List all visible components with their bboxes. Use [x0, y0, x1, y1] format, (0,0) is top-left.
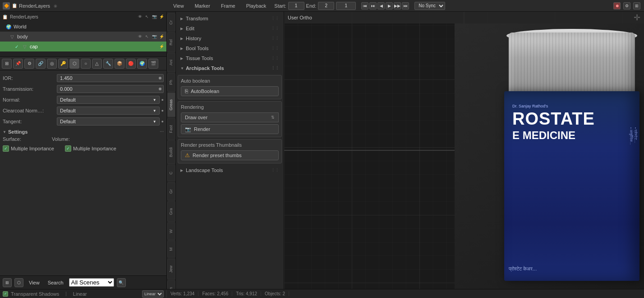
side-tab-greas[interactable]: Greas [167, 93, 175, 117]
left-panel: 📋 RenderLayers 👁 ↖ 📷 ⚡ 🌍 World ▽ body 👁 [0, 12, 167, 289]
ior-value[interactable]: 1.450 [57, 74, 164, 82]
side-tab-ani[interactable]: Ani [167, 53, 175, 72]
auto-boolean-button[interactable]: ⎘ AutoBoolean [181, 86, 279, 96]
triangle-btn[interactable]: △ [92, 59, 102, 69]
multiple-importance-surface-checkbox[interactable]: ✓ [3, 145, 9, 152]
body-eye-btn[interactable]: 👁 [137, 33, 143, 40]
side-tab-m[interactable]: M [167, 241, 175, 258]
link-btn[interactable]: 🔗 [36, 59, 46, 69]
menu-playback[interactable]: Playback [244, 2, 269, 9]
side-tab-blen[interactable]: Blen [167, 280, 175, 289]
side-tab-c[interactable]: C [167, 165, 175, 182]
tangent-label: Tangent: [3, 119, 57, 124]
prev-frame-btn[interactable]: ⏭ [369, 2, 377, 9]
bottom-search-menu[interactable]: Search [45, 279, 66, 286]
bottom-view-menu[interactable]: View [26, 279, 42, 286]
start-frame-input[interactable] [288, 2, 304, 10]
bottom-mode-btn[interactable]: ⊞ [3, 278, 12, 287]
filter-props-btn[interactable]: ⚙ [24, 59, 34, 69]
keyframe-btn[interactable]: 🔑 [58, 59, 68, 69]
body-render-btn[interactable]: 📷 [151, 33, 157, 40]
normal-select[interactable]: Default ▼ [57, 96, 160, 104]
record-btn[interactable]: ⏺ [613, 2, 621, 9]
world-icon: 🌍 [5, 23, 12, 30]
settings-btn[interactable]: ⚙ [623, 2, 630, 9]
bottom-icon1-btn[interactable]: ⬡ [14, 278, 23, 287]
settings-section-header[interactable]: ▼ Settings ⋯ [3, 127, 164, 136]
edit-item[interactable]: ▶ Edit ⋮⋮ [178, 23, 282, 33]
menu-view[interactable]: View [170, 2, 187, 9]
menu-marker[interactable]: Marker [192, 2, 213, 9]
side-tab-fast[interactable]: Fast [167, 118, 175, 140]
transmission-value[interactable]: 0.000 [57, 85, 164, 93]
render-preset-thumbs-button[interactable]: ⚠ Render preset thumbs [181, 150, 279, 160]
body-filter-btn[interactable]: ⚡ [158, 33, 165, 40]
normal-chevron-icon: ▼ [153, 98, 156, 102]
body-cursor-btn[interactable]: ↖ [144, 33, 150, 40]
clearcoat-select[interactable]: Default ▼ [57, 107, 160, 115]
world-btn[interactable]: 🌍 [137, 59, 147, 69]
cap-filter-btn[interactable]: ⚡ [158, 43, 165, 50]
normal-label: Normal: [3, 97, 57, 102]
play-btn[interactable]: ▶ [386, 2, 393, 9]
jump-start-btn[interactable]: ⏮ [361, 2, 368, 9]
outliner-row-world: 🌍 World [0, 22, 166, 32]
constraint-btn[interactable]: 🔧 [103, 59, 113, 69]
menu-frame[interactable]: Frame [218, 2, 238, 9]
step-fwd-btn[interactable]: ▶▶ [394, 2, 401, 9]
pin-btn[interactable]: 📌 [13, 59, 23, 69]
circle-btn[interactable]: ○ [81, 59, 91, 69]
active-tab-btn[interactable]: ⬡ [69, 59, 79, 69]
tangent-select[interactable]: Default ▼ [57, 117, 160, 126]
outliner-row-cap[interactable]: ✓ ▽ cap ⚡ [0, 42, 166, 51]
draw-over-select[interactable]: Draw over ⇅ [181, 112, 279, 122]
render-btn-small[interactable]: 📷 [151, 14, 157, 20]
side-tab-rel[interactable]: Rel [167, 33, 175, 52]
visibility-btn[interactable]: 👁 [137, 14, 143, 20]
multiple-importance-volume-checkbox[interactable]: ✓ [65, 145, 71, 152]
selectable-btn[interactable]: ↖ [144, 14, 150, 20]
add-modifier-btn[interactable]: ⊞ [2, 59, 12, 69]
step-back-btn[interactable]: ◀ [377, 2, 385, 9]
render-layers-label: RenderLayers [19, 3, 50, 9]
driver-btn[interactable]: ◎ [47, 59, 57, 69]
clearcoat-label: Clearcoat Norm…: [3, 108, 57, 113]
filter-btn[interactable]: ⚡ [158, 14, 165, 20]
end-frame-input[interactable] [318, 2, 334, 10]
search-input-btn[interactable]: 🔍 [117, 278, 126, 287]
bool-tools-item[interactable]: ▶ Bool Tools ⋮⋮ [178, 43, 282, 53]
status-bar: ✓ Transparent Shadows | Linear Linear Ve… [0, 289, 644, 298]
history-item[interactable]: ▶ History ⋮⋮ [178, 33, 282, 43]
nosync-select[interactable]: No Sync [414, 2, 445, 10]
playback-controls: ⏮ ⏭ ◀ ▶ ▶▶ ⏭ [361, 2, 409, 9]
jump-end-btn[interactable]: ⏭ [402, 2, 409, 9]
transform-item[interactable]: ▶ Transform ⋮⋮ [178, 14, 282, 23]
side-tab-ph[interactable]: Ph [167, 73, 175, 92]
linear-dropdown[interactable]: Linear [142, 290, 164, 298]
transform-arrow-icon: ▶ [180, 17, 183, 21]
side-tab-cr[interactable]: Cr [167, 14, 175, 32]
side-tab-gra[interactable]: Gra [167, 201, 175, 222]
scene-btn[interactable]: 🎬 [148, 59, 158, 69]
transparent-shadows-checkbox[interactable]: ✓ [3, 291, 8, 297]
current-frame-input[interactable] [336, 2, 356, 10]
rendering-card: Rendering Draw over ⇅ 📷 Render [178, 101, 282, 137]
expand-icon: ◉ [54, 4, 57, 8]
bottle-area: Dr. Sanjay Rathod's ROSTATE E MEDICINE प… [455, 23, 644, 289]
side-tab-buildi[interactable]: Buildi [167, 140, 175, 164]
all-scenes-select[interactable]: All Scenes [69, 278, 114, 287]
object-btn[interactable]: 📦 [115, 59, 124, 69]
landscape-tools-item[interactable]: ▶ Landscape Tools ⋮⋮ [178, 165, 282, 175]
render-button[interactable]: 📷 Render [181, 124, 279, 134]
shader-btn[interactable]: 🔴 [126, 59, 136, 69]
render-layers-icon: 📋 [12, 3, 17, 8]
side-tab-gr[interactable]: Gr [167, 182, 175, 200]
outliner-row-body[interactable]: ▽ body 👁 ↖ 📷 ⚡ [0, 32, 166, 42]
viewport[interactable]: User Ortho ✛ [284, 12, 644, 289]
tissue-tools-item[interactable]: ▶ Tissue Tools ⋮⋮ [178, 53, 282, 63]
side-tab-jew[interactable]: Jew [167, 259, 175, 279]
linear-select-btn[interactable]: Linear [142, 290, 164, 298]
side-tab-w[interactable]: W [167, 223, 175, 240]
expand-btn[interactable]: ⊞ [633, 2, 640, 9]
archipack-header[interactable]: ▼ Archipack Tools ⋮⋮ [178, 63, 282, 73]
